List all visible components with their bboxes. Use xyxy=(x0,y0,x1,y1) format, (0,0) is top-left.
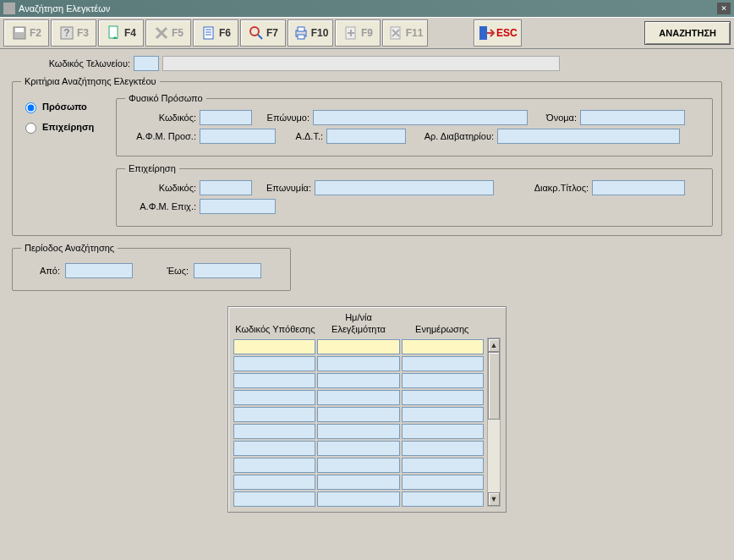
table-cell[interactable] xyxy=(317,458,399,473)
toolbar-f3[interactable]: ? F3 xyxy=(51,19,96,47)
radio-company[interactable]: Επιχείρηση xyxy=(21,120,106,134)
scroll-up-icon[interactable]: ▲ xyxy=(488,338,500,352)
svg-rect-5 xyxy=(204,27,213,39)
company-afm-input[interactable] xyxy=(200,199,276,214)
table-cell[interactable] xyxy=(233,339,315,354)
table-cell[interactable] xyxy=(317,390,399,405)
table-row[interactable] xyxy=(233,407,484,422)
table-cell[interactable] xyxy=(233,373,315,388)
table-cell[interactable] xyxy=(317,356,399,371)
table-cell[interactable] xyxy=(402,356,484,371)
table-cell[interactable] xyxy=(317,339,399,354)
table-row[interactable] xyxy=(233,373,484,388)
person-surname-label: Επώνυμο: xyxy=(259,113,309,123)
toolbar-f7[interactable]: F7 xyxy=(240,19,286,47)
close-icon[interactable]: × xyxy=(717,3,731,14)
svg-line-7 xyxy=(258,35,262,39)
period-legend: Περίοδος Αναζήτησης xyxy=(21,243,118,253)
criteria-legend: Κριτήρια Αναζήτησης Ελεγκτέου xyxy=(21,76,160,86)
table-cell[interactable] xyxy=(317,407,399,422)
table-row[interactable] xyxy=(233,475,484,490)
company-afm-label: Α.Φ.Μ. Επιχ.: xyxy=(125,201,196,211)
table-row[interactable] xyxy=(233,441,484,456)
period-to-input[interactable] xyxy=(194,263,261,278)
search-icon xyxy=(248,25,265,41)
radio-company-input[interactable] xyxy=(25,123,36,134)
person-surname-input[interactable] xyxy=(313,110,528,125)
table-cell[interactable] xyxy=(402,424,484,439)
customs-desc-input xyxy=(162,56,560,71)
window-title: Αναζήτηση Ελεγκτέων xyxy=(19,3,110,14)
toolbar-f11[interactable]: F11 xyxy=(382,19,428,47)
customs-code-input[interactable] xyxy=(134,56,159,71)
help-icon: ? xyxy=(58,25,75,41)
table-row[interactable] xyxy=(233,458,484,473)
scroll-thumb[interactable] xyxy=(488,352,500,420)
table-cell[interactable] xyxy=(317,475,399,490)
table-cell[interactable] xyxy=(402,475,484,490)
period-from-input[interactable] xyxy=(65,263,133,278)
table-row[interactable] xyxy=(233,491,484,507)
toolbar-f2[interactable]: F2 xyxy=(3,19,49,47)
table-cell[interactable] xyxy=(233,475,315,490)
person-afm-label: Α.Φ.Μ. Προσ.: xyxy=(125,131,196,141)
svg-rect-1 xyxy=(15,28,24,32)
period-to-label: Έως: xyxy=(155,266,189,276)
table-row[interactable] xyxy=(233,356,484,371)
person-afm-input[interactable] xyxy=(200,129,276,144)
table-cell[interactable] xyxy=(402,339,484,354)
radio-person[interactable]: Πρόσωπο xyxy=(21,100,106,113)
scroll-down-icon[interactable]: ▼ xyxy=(488,492,500,506)
search-button[interactable]: ΑΝΑΖΗΤΗΣΗ xyxy=(644,21,731,45)
period-fieldset: Περίοδος Αναζήτησης Από: Έως: xyxy=(12,243,291,291)
table-cell[interactable] xyxy=(402,373,484,388)
toolbar: F2 ? F3 F4 F5 F6 F7 F10 F9 F11 ESC ΑΝΑΖΗ… xyxy=(0,17,734,49)
table-cell[interactable] xyxy=(233,356,315,371)
table-cell[interactable] xyxy=(233,407,315,422)
person-name-input[interactable] xyxy=(580,110,685,125)
company-name-input[interactable] xyxy=(315,180,494,195)
table-cell[interactable] xyxy=(317,441,399,456)
svg-point-6 xyxy=(250,27,259,36)
table-cell[interactable] xyxy=(317,424,399,439)
person-fieldset: Φυσικό Πρόσωπο Κωδικός: Επώνυμο: Όνομα: … xyxy=(116,93,713,156)
open-doc-icon xyxy=(200,25,217,41)
table-cell[interactable] xyxy=(233,441,315,456)
table-cell[interactable] xyxy=(402,491,484,507)
table-cell[interactable] xyxy=(402,390,484,405)
titlebar: Αναζήτηση Ελεγκτέων × xyxy=(0,0,734,17)
table-cell[interactable] xyxy=(402,407,484,422)
scrollbar[interactable]: ▲ ▼ xyxy=(487,338,501,507)
table-cell[interactable] xyxy=(317,373,399,388)
table-cell[interactable] xyxy=(402,441,484,456)
table-cell[interactable] xyxy=(233,390,315,405)
toolbar-f10[interactable]: F10 xyxy=(288,19,333,47)
table-row[interactable] xyxy=(233,339,484,354)
toolbar-f9[interactable]: F9 xyxy=(335,19,381,47)
toolbar-esc[interactable]: ESC xyxy=(474,19,522,47)
toolbar-f5[interactable]: F5 xyxy=(145,19,191,47)
company-legend: Επιχείρηση xyxy=(125,163,179,173)
company-title-input[interactable] xyxy=(592,180,685,195)
radio-person-input[interactable] xyxy=(25,102,36,113)
person-passport-label: Αρ. Διαβατηρίου: xyxy=(413,131,494,141)
table-cell[interactable] xyxy=(317,491,399,507)
add-doc-icon xyxy=(342,25,359,41)
table-row[interactable] xyxy=(233,424,484,439)
table-cell[interactable] xyxy=(233,458,315,473)
table-col3-header-line1: Ημ/νία xyxy=(233,312,484,322)
toolbar-f6[interactable]: F6 xyxy=(193,19,238,47)
table-cell[interactable] xyxy=(402,458,484,473)
exit-icon xyxy=(478,25,495,41)
person-passport-input[interactable] xyxy=(497,129,680,144)
company-code-input[interactable] xyxy=(200,180,252,195)
company-fieldset: Επιχείρηση Κωδικός: Επωνυμία: Διακρ.Τίτλ… xyxy=(116,163,713,227)
person-code-input[interactable] xyxy=(200,110,252,125)
table-row[interactable] xyxy=(233,390,484,405)
table-cell[interactable] xyxy=(233,424,315,439)
save-icon xyxy=(11,25,28,41)
person-adt-input[interactable] xyxy=(326,129,406,144)
company-title-label: Διακρ.Τίτλος: xyxy=(521,183,589,193)
table-cell[interactable] xyxy=(233,491,315,507)
toolbar-f4[interactable]: F4 xyxy=(98,19,144,47)
